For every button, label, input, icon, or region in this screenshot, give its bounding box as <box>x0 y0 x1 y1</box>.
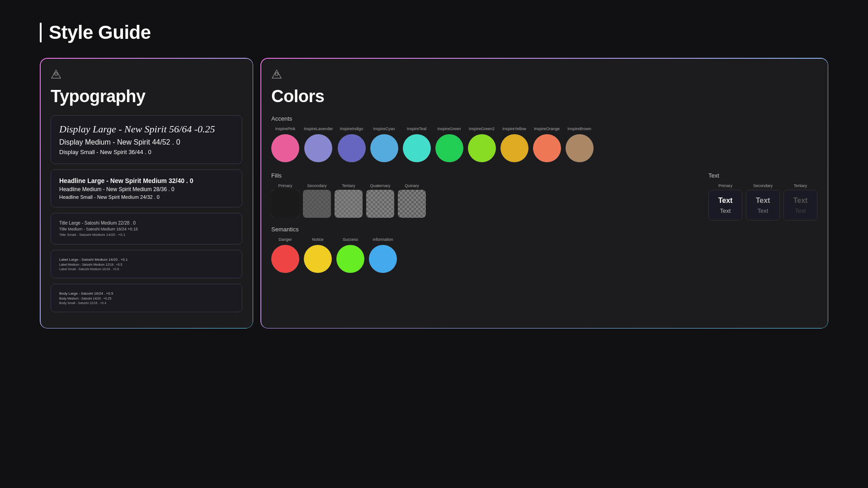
semantic-swatch <box>271 245 299 273</box>
fill-label: Primary <box>278 183 292 188</box>
text-swatch: Text Text <box>783 190 817 221</box>
headline-medium: Headline Medium - New Spirit Medium 28/3… <box>59 186 234 192</box>
fill-item: Quaternary <box>366 183 394 218</box>
body-medium: Body Medium - Satoshi 14/20 . +0.25 <box>59 297 234 300</box>
semantics-row: Danger Notice Success Information <box>271 237 699 273</box>
accent-item: InspirePink <box>271 127 299 162</box>
body-small: Body Small - Satoshi 12/16 . +0.4 <box>59 301 234 305</box>
semantic-item: Information <box>369 237 397 273</box>
accent-swatch <box>500 134 528 162</box>
accents-section: Accents InspirePink InspireLavender Insp… <box>271 115 817 162</box>
text-section: Text Primary Text Text Secondary Text Te… <box>708 170 817 281</box>
fill-label: Quaternary <box>370 183 390 188</box>
fills-section: Fills Primary Secondary Tertiary Quatern… <box>271 172 699 218</box>
fill-item: Secondary <box>303 183 331 218</box>
accent-item: InspireCyan <box>370 127 398 162</box>
accent-swatch <box>271 134 299 162</box>
accent-item: InspireIndigo <box>338 127 366 162</box>
title-small: Title Small - Satoshi Medium 14/20 . +0.… <box>59 233 234 237</box>
fill-swatch <box>335 190 363 218</box>
text-col-label: Secondary <box>753 183 773 188</box>
display-section: Display Large - New Spirit 56/64 -0.25 D… <box>51 115 242 164</box>
text-swatch: Text Text <box>708 190 742 221</box>
text-col: Primary Text Text <box>708 183 742 221</box>
semantics-label: Semantics <box>271 226 699 233</box>
accent-item: InspireTeal <box>403 127 431 162</box>
headline-large: Headline Large - New Spirit Medium 32/40… <box>59 177 234 184</box>
panel-icon-typography <box>51 69 61 80</box>
accent-item: InspireGreen2 <box>468 127 496 162</box>
label-medium: Label Medium - Satoshi Medium 12/18 . +0… <box>59 263 234 266</box>
text-col-row: Primary Text Text Secondary Text Text Te… <box>708 183 817 221</box>
accents-label: Accents <box>271 115 817 122</box>
label-small: Label Small - Satoshi Medium 10/16 . +0.… <box>59 267 234 271</box>
semantics-section: Semantics Danger Notice Success Informat… <box>271 226 699 273</box>
text-swatch: Text Text <box>746 190 780 221</box>
semantic-swatch <box>304 245 332 273</box>
semantic-item: Success <box>336 237 364 273</box>
accent-item: InspireGreen <box>435 127 463 162</box>
accent-item: InspireOrange <box>533 127 561 162</box>
fills-row: Primary Secondary Tertiary Quaternary Qu… <box>271 183 699 218</box>
colors-panel: Colors Accents InspirePink InspireLavend… <box>260 58 828 328</box>
semantic-swatch <box>336 245 364 273</box>
fill-item: Primary <box>271 183 299 218</box>
accent-swatch <box>435 134 463 162</box>
colors-heading: Colors <box>271 87 817 106</box>
fills-semantics-col: Fills Primary Secondary Tertiary Quatern… <box>271 170 699 281</box>
fill-swatch <box>271 190 299 218</box>
page-title: Style Guide <box>49 22 151 43</box>
display-large: Display Large - New Spirit 56/64 -0.25 <box>59 123 234 136</box>
svg-point-3 <box>275 73 278 75</box>
fill-item: Quinary <box>398 183 426 218</box>
title-section: Title Large - Satoshi Medium 22/28 . 0 T… <box>51 213 242 244</box>
page-title-bar <box>40 23 42 42</box>
text-col: Secondary Text Text <box>746 183 780 221</box>
accent-swatch <box>403 134 431 162</box>
semantic-swatch <box>369 245 397 273</box>
body-section: Body Large - Satoshi 16/24 . +0.5 Body M… <box>51 284 242 312</box>
typography-heading: Typography <box>51 87 242 106</box>
accent-swatch <box>370 134 398 162</box>
fill-label: Secondary <box>307 183 326 188</box>
svg-marker-2 <box>272 70 281 78</box>
semantic-item: Notice <box>304 237 332 273</box>
fill-label: Tertiary <box>342 183 355 188</box>
accent-swatch <box>533 134 561 162</box>
fill-swatch <box>303 190 331 218</box>
panel-icon-colors <box>271 69 282 80</box>
title-large: Title Large - Satoshi Medium 22/28 . 0 <box>59 221 234 225</box>
display-medium: Display Medium - New Spirit 44/52 . 0 <box>59 138 234 147</box>
display-small: Display Small - New Spirit 36/44 . 0 <box>59 149 234 156</box>
fill-swatch <box>366 190 394 218</box>
fill-swatch <box>398 190 426 218</box>
accent-item: InspireLavender <box>304 127 333 162</box>
label-section: Label Large - Satoshi Medium 14/20 . +0.… <box>51 250 242 278</box>
text-col: Tertiary Text Text <box>783 183 817 221</box>
body-large: Body Large - Satoshi 16/24 . +0.5 <box>59 291 234 296</box>
accent-swatch <box>338 134 366 162</box>
text-col-label: Primary <box>718 183 732 188</box>
semantic-item: Danger <box>271 237 299 273</box>
accent-item: InspireYellow <box>500 127 528 162</box>
typography-panel: Typography Display Large - New Spirit 56… <box>40 58 253 328</box>
title-medium: Title Medium - Satoshi Medium 16/24 +0.1… <box>59 227 234 231</box>
label-large: Label Large - Satoshi Medium 14/20 . +0.… <box>59 258 234 262</box>
accent-swatch <box>468 134 496 162</box>
text-section-label: Text <box>708 172 817 179</box>
fills-label: Fills <box>271 172 699 179</box>
page-title-area: Style Guide <box>0 0 868 58</box>
accent-swatch <box>566 134 594 162</box>
fills-text-wrapper: Fills Primary Secondary Tertiary Quatern… <box>271 170 817 281</box>
svg-point-1 <box>55 73 57 75</box>
headline-section: Headline Large - New Spirit Medium 32/40… <box>51 169 242 207</box>
panels-row: Typography Display Large - New Spirit 56… <box>0 58 868 328</box>
fill-item: Tertiary <box>335 183 363 218</box>
accent-item: InspireBrown <box>566 127 594 162</box>
accent-swatch <box>304 134 332 162</box>
svg-marker-0 <box>52 70 61 78</box>
text-col-label: Tertiary <box>794 183 807 188</box>
fill-label: Quinary <box>405 183 419 188</box>
accents-row: InspirePink InspireLavender InspireIndig… <box>271 127 817 162</box>
headline-small: Headline Small - New Spirit Medium 24/32… <box>59 194 234 200</box>
